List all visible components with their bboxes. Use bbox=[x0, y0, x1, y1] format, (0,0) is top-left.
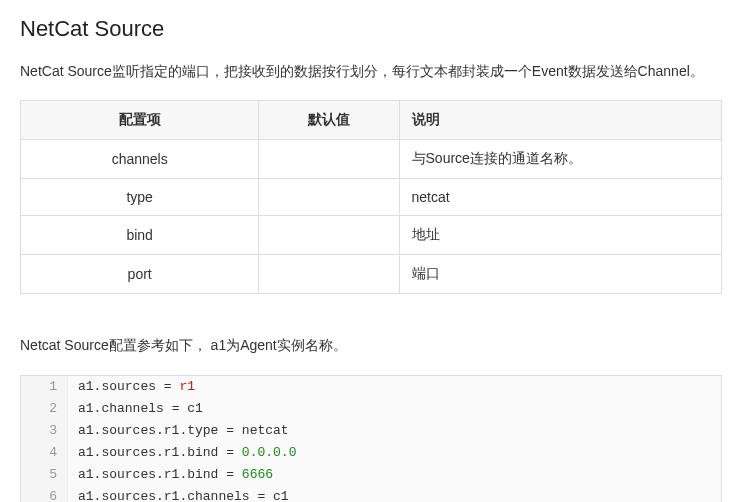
config-table: 配置项 默认值 说明 channels 与Source连接的通道名称。 type… bbox=[20, 100, 722, 294]
cell-desc: 地址 bbox=[399, 216, 721, 255]
page-title: NetCat Source bbox=[20, 16, 722, 42]
code-line: 5a1.sources.r1.bind = 6666 bbox=[21, 464, 721, 486]
th-item: 配置项 bbox=[21, 101, 259, 140]
cell-item: channels bbox=[21, 140, 259, 179]
table-row: type netcat bbox=[21, 179, 722, 216]
cell-desc: netcat bbox=[399, 179, 721, 216]
table-row: bind 地址 bbox=[21, 216, 722, 255]
table-row: port 端口 bbox=[21, 255, 722, 294]
cell-default bbox=[259, 179, 399, 216]
th-default: 默认值 bbox=[259, 101, 399, 140]
cell-default bbox=[259, 140, 399, 179]
code-line: 3a1.sources.r1.type = netcat bbox=[21, 420, 721, 442]
line-number: 5 bbox=[21, 464, 68, 486]
line-number: 6 bbox=[21, 486, 68, 502]
code-content: a1.channels = c1 bbox=[68, 398, 203, 420]
code-content: a1.sources = r1 bbox=[68, 376, 195, 398]
code-line: 4a1.sources.r1.bind = 0.0.0.0 bbox=[21, 442, 721, 464]
cell-default bbox=[259, 255, 399, 294]
intro-paragraph: NetCat Source监听指定的端口，把接收到的数据按行划分，每行文本都封装… bbox=[20, 60, 722, 82]
line-number: 4 bbox=[21, 442, 68, 464]
code-line: 2a1.channels = c1 bbox=[21, 398, 721, 420]
code-line: 1a1.sources = r1 bbox=[21, 376, 721, 398]
th-desc: 说明 bbox=[399, 101, 721, 140]
cell-item: bind bbox=[21, 216, 259, 255]
cell-default bbox=[259, 216, 399, 255]
cell-item: type bbox=[21, 179, 259, 216]
line-number: 2 bbox=[21, 398, 68, 420]
line-number: 3 bbox=[21, 420, 68, 442]
cell-item: port bbox=[21, 255, 259, 294]
code-line: 6a1.sources.r1.channels = c1 bbox=[21, 486, 721, 502]
cell-desc: 端口 bbox=[399, 255, 721, 294]
cell-desc: 与Source连接的通道名称。 bbox=[399, 140, 721, 179]
code-content: a1.sources.r1.type = netcat bbox=[68, 420, 289, 442]
line-number: 1 bbox=[21, 376, 68, 398]
code-content: a1.sources.r1.channels = c1 bbox=[68, 486, 289, 502]
table-row: channels 与Source连接的通道名称。 bbox=[21, 140, 722, 179]
config-paragraph: Netcat Source配置参考如下， a1为Agent实例名称。 bbox=[20, 334, 722, 356]
code-content: a1.sources.r1.bind = 0.0.0.0 bbox=[68, 442, 296, 464]
code-content: a1.sources.r1.bind = 6666 bbox=[68, 464, 273, 486]
code-block: 1a1.sources = r12a1.channels = c13a1.sou… bbox=[20, 375, 722, 502]
